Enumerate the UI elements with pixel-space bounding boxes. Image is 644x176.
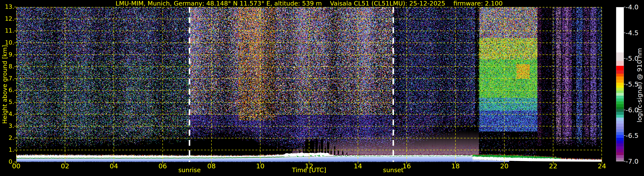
colorbar-tick-mark xyxy=(624,135,626,136)
x-tick-mark xyxy=(65,162,65,164)
ceilometer-quicklook-screen: LMU-MIM, Munich, Germany; 48.148° N 11.5… xyxy=(0,0,644,176)
colorbar-tick-mark xyxy=(624,58,626,59)
x-tick-mark xyxy=(162,162,163,164)
colorbar-tick-mark xyxy=(624,110,626,110)
y-tick-mark xyxy=(14,7,16,7)
y-tick-mark xyxy=(14,114,16,114)
y-tick-mark xyxy=(14,43,16,43)
y-tick-label: 9. xyxy=(0,51,14,58)
x-tick-mark xyxy=(114,162,114,164)
y-tick-mark xyxy=(14,31,16,31)
y-tick-label: 4. xyxy=(0,111,14,117)
y-tick-label: 3. xyxy=(0,122,14,129)
colorbar-tick-label: -5.0 xyxy=(626,55,644,62)
y-tick-label: 8. xyxy=(0,63,14,70)
colorbar-tick-mark xyxy=(624,7,626,7)
y-tick-mark xyxy=(14,102,16,102)
colorbar-tick-label: -4.0 xyxy=(626,4,644,11)
y-tick-label: 6. xyxy=(0,87,14,93)
y-tick-mark xyxy=(14,79,16,79)
x-tick-mark xyxy=(602,162,602,164)
x-tick-mark xyxy=(211,162,212,164)
page-title: LMU-MIM, Munich, Germany; 48.148° N 11.5… xyxy=(16,0,602,7)
x-tick-mark xyxy=(358,162,358,164)
y-tick-label: 13. xyxy=(0,3,14,10)
x-tick-mark xyxy=(260,162,260,164)
colorbar-tick-label: -6.0 xyxy=(626,106,644,114)
y-tick-mark xyxy=(14,55,16,55)
y-tick-label: 10. xyxy=(0,39,14,46)
title-instrument: Vaisala CL51 (CL51LMU): 25-12-2025 xyxy=(330,0,445,7)
colorbar-tick-mark xyxy=(624,161,626,162)
x-tick-mark xyxy=(406,162,407,164)
colorbar-tick-label: -6.5 xyxy=(626,132,644,139)
x-tick-mark xyxy=(504,162,504,164)
x-tick-mark xyxy=(309,162,309,164)
y-tick-label: 1. xyxy=(0,146,14,153)
y-tick-mark xyxy=(14,138,16,138)
y-tick-label: 12. xyxy=(0,15,14,22)
colorbar-tick-mark xyxy=(624,33,626,33)
colorbar xyxy=(616,7,624,162)
y-tick-mark xyxy=(14,150,16,150)
y-tick-mark xyxy=(14,19,16,19)
x-tick-mark xyxy=(16,162,16,164)
title-location: LMU-MIM, Munich, Germany; 48.148° N 11.5… xyxy=(116,0,322,7)
y-tick-mark xyxy=(14,67,16,67)
y-tick-label: 11. xyxy=(0,27,14,34)
colorbar-tick-label: -5.5 xyxy=(626,81,644,88)
x-tick-mark xyxy=(553,162,554,164)
y-tick-label: 2. xyxy=(0,134,14,141)
y-tick-mark xyxy=(14,126,16,126)
colorbar-tick-label: -4.5 xyxy=(626,29,644,36)
title-firmware: firmware: 2.100 xyxy=(454,0,503,7)
x-tick-mark xyxy=(456,162,456,164)
y-tick-label: 5. xyxy=(0,99,14,105)
colorbar-tick-label: -7.0 xyxy=(626,158,644,165)
y-tick-label: 7. xyxy=(0,75,14,82)
y-tick-mark xyxy=(14,90,16,90)
backscatter-heatmap-canvas xyxy=(16,7,602,162)
colorbar-tick-mark xyxy=(624,84,626,84)
